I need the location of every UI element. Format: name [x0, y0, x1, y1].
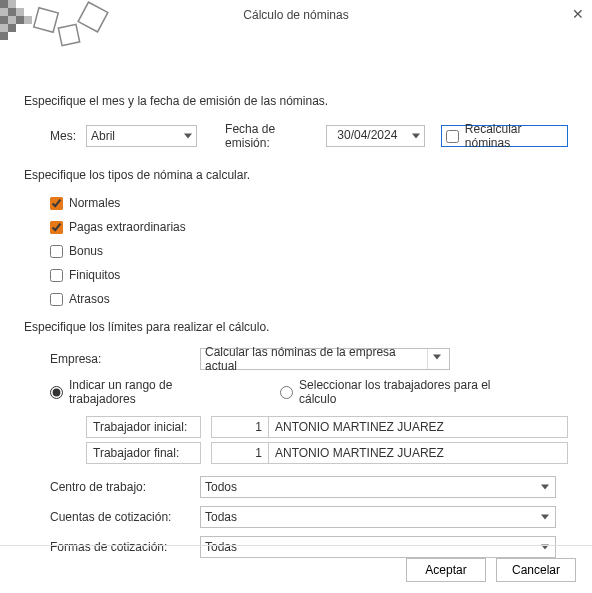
cuentas-select[interactable]: Todas: [200, 506, 556, 528]
trabajador-final-label: Trabajador final:: [86, 442, 201, 464]
trabajador-inicial-num[interactable]: 1: [211, 416, 269, 438]
cancelar-button[interactable]: Cancelar: [496, 558, 576, 582]
chevron-down-icon: [541, 515, 549, 520]
empresa-select[interactable]: Calcular las nóminas de la empresa actua…: [200, 348, 450, 370]
mes-value: Abril: [91, 129, 115, 143]
radio-seleccionar-label: Seleccionar los trabajadores para el cál…: [299, 378, 528, 406]
dialog-title: Cálculo de nóminas: [243, 8, 348, 22]
recalcular-checkbox[interactable]: [446, 130, 459, 143]
label-atrasos: Atrasos: [69, 292, 110, 306]
tipos-list: Normales Pagas extraordinarias Bonus Fin…: [50, 196, 568, 306]
section-mes-fecha: Especifique el mes y la fecha de emisión…: [24, 94, 568, 108]
chevron-down-icon: [412, 134, 420, 139]
checkbox-atrasos[interactable]: [50, 293, 63, 306]
radio-rango-label: Indicar un rango de trabajadores: [69, 378, 240, 406]
empresa-label: Empresa:: [50, 352, 200, 366]
recalcular-checkbox-wrap[interactable]: Recalcular nóminas: [441, 125, 568, 147]
trabajador-inicial-label: Trabajador inicial:: [86, 416, 201, 438]
recalcular-label: Recalcular nóminas: [465, 122, 561, 150]
label-finiquitos: Finiquitos: [69, 268, 120, 282]
trabajador-inicial-name[interactable]: ANTONIO MARTINEZ JUAREZ: [269, 416, 568, 438]
checkbox-finiquitos[interactable]: [50, 269, 63, 282]
section-limites: Especifique los límites para realizar el…: [24, 320, 568, 334]
chevron-down-icon: [184, 134, 192, 139]
radio-rango[interactable]: [50, 386, 63, 399]
fecha-dropdown-button[interactable]: [408, 125, 425, 147]
radio-rango-wrap[interactable]: Indicar un rango de trabajadores: [50, 378, 240, 406]
centro-value: Todos: [205, 480, 237, 494]
fecha-value: 30/04/2024: [337, 128, 397, 142]
centro-label: Centro de trabajo:: [50, 480, 200, 494]
mes-label: Mes:: [50, 129, 76, 143]
dialog-footer: Aceptar Cancelar: [0, 545, 592, 593]
label-bonus: Bonus: [69, 244, 103, 258]
trabajador-final-name[interactable]: ANTONIO MARTINEZ JUAREZ: [269, 442, 568, 464]
titlebar: Cálculo de nóminas ✕: [0, 0, 592, 30]
centro-select[interactable]: Todos: [200, 476, 556, 498]
radio-seleccionar[interactable]: [280, 386, 293, 399]
section-tipos: Especifique los tipos de nómina a calcul…: [24, 168, 568, 182]
empresa-value: Calcular las nóminas de la empresa actua…: [205, 345, 427, 373]
fecha-input[interactable]: 30/04/2024: [326, 125, 408, 147]
close-icon[interactable]: ✕: [572, 6, 584, 22]
label-pagas-extra: Pagas extraordinarias: [69, 220, 186, 234]
mes-select[interactable]: Abril: [86, 125, 197, 147]
fecha-label: Fecha de emisión:: [225, 122, 316, 150]
label-normales: Normales: [69, 196, 120, 210]
checkbox-bonus[interactable]: [50, 245, 63, 258]
radio-seleccionar-wrap[interactable]: Seleccionar los trabajadores para el cál…: [280, 378, 528, 406]
aceptar-button[interactable]: Aceptar: [406, 558, 486, 582]
cuentas-value: Todas: [205, 510, 237, 524]
chevron-down-icon: [541, 485, 549, 490]
trabajador-final-num[interactable]: 1: [211, 442, 269, 464]
chevron-down-icon: [433, 354, 441, 359]
cuentas-label: Cuentas de cotización:: [50, 510, 200, 524]
checkbox-normales[interactable]: [50, 197, 63, 210]
checkbox-pagas-extra[interactable]: [50, 221, 63, 234]
